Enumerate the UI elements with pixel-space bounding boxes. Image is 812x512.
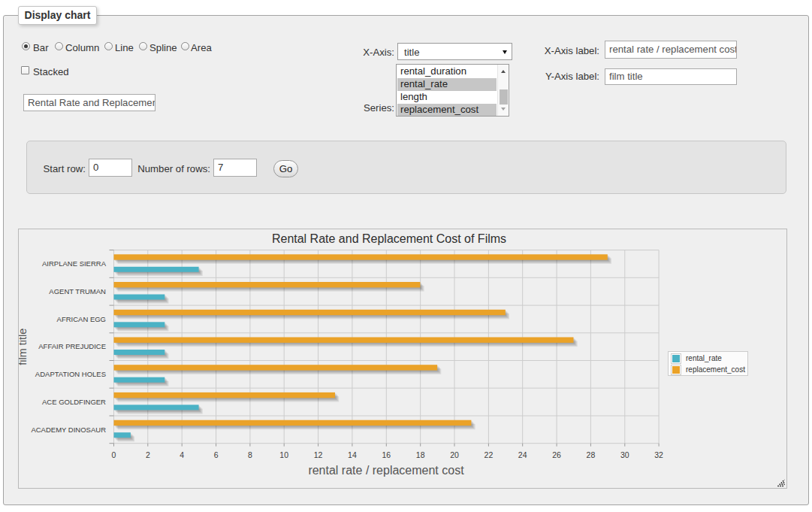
svg-text:6: 6 — [214, 450, 219, 459]
svg-text:film title: film title — [19, 329, 29, 365]
svg-text:AGENT TRUMAN: AGENT TRUMAN — [49, 287, 106, 295]
svg-text:0: 0 — [112, 450, 116, 459]
svg-text:2: 2 — [146, 450, 150, 459]
svg-text:22: 22 — [484, 450, 494, 459]
svg-text:AFRICAN EGG: AFRICAN EGG — [57, 315, 106, 323]
svg-text:Rental Rate and Replacement Co: Rental Rate and Replacement Cost of Film… — [272, 232, 506, 245]
svg-text:18: 18 — [416, 450, 425, 459]
svg-text:26: 26 — [552, 450, 561, 459]
svg-text:AFFAIR PREJUDICE: AFFAIR PREJUDICE — [38, 342, 106, 350]
svg-text:12: 12 — [314, 450, 323, 459]
svg-text:AIRPLANE SIERRA: AIRPLANE SIERRA — [42, 259, 107, 268]
svg-text:14: 14 — [348, 450, 357, 459]
svg-text:20: 20 — [450, 450, 459, 459]
svg-text:ACE GOLDFINGER: ACE GOLDFINGER — [42, 398, 106, 406]
svg-text:32: 32 — [654, 450, 663, 459]
svg-text:30: 30 — [620, 450, 629, 459]
svg-text:8: 8 — [248, 450, 252, 459]
svg-text:4: 4 — [180, 450, 184, 459]
svg-text:24: 24 — [518, 450, 527, 459]
svg-text:10: 10 — [279, 450, 288, 459]
svg-text:ACADEMY DINOSAUR: ACADEMY DINOSAUR — [31, 426, 106, 434]
svg-text:rental rate / replacement cost: rental rate / replacement cost — [308, 464, 464, 477]
svg-text:ADAPTATION HOLES: ADAPTATION HOLES — [35, 370, 106, 378]
svg-text:28: 28 — [587, 450, 596, 459]
svg-text:16: 16 — [382, 450, 391, 459]
